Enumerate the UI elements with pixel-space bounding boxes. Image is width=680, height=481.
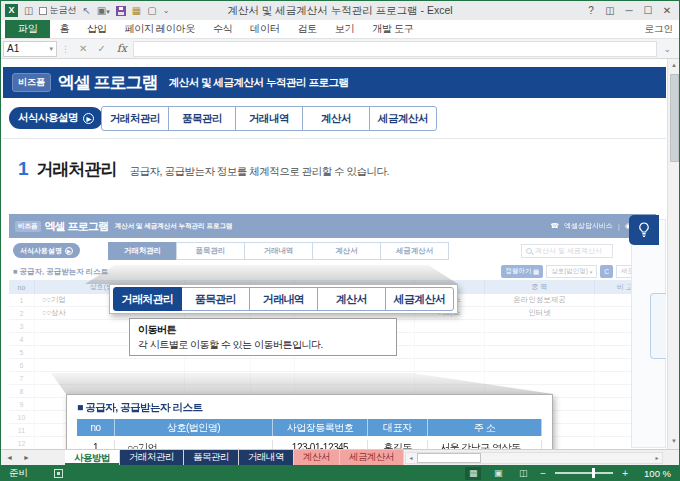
expand-formula-bar-icon[interactable]: ⌄ <box>663 44 671 54</box>
scroll-left-icon[interactable]: ◂ <box>406 453 416 463</box>
help-icon[interactable]: ? <box>583 3 599 18</box>
sheet-tab-transactions[interactable]: 거래내역 <box>239 450 294 465</box>
vertical-scroll-thumb[interactable] <box>670 74 679 162</box>
play-circle-icon: ▶ <box>83 113 94 124</box>
zoomed-nav-tax-invoice: 세금계산서 <box>385 287 454 311</box>
ready-status: 준비 <box>9 467 28 480</box>
section-number: 1 <box>18 158 29 180</box>
nav-button-transactions[interactable]: 거래내역 <box>235 106 303 131</box>
ribbon-tab-formulas[interactable]: 수식 <box>204 20 241 38</box>
excel-logo-icon: X <box>5 4 18 17</box>
zoomed-list-title: ■ 공급자, 공급받는자 리스트 <box>77 401 542 415</box>
name-box[interactable]: A1 ▾ <box>3 41 57 57</box>
qat-more-icon[interactable]: ⌄ <box>163 4 170 17</box>
gridlines-checkbox[interactable] <box>39 7 47 15</box>
dashed-selection-icon[interactable]: ▢ <box>147 4 156 17</box>
ribbon-tab-view[interactable]: 보기 <box>326 20 363 38</box>
formula-input[interactable] <box>133 41 657 57</box>
embedded-search-box: 계산서 및 세금계산서 <box>521 244 613 258</box>
ribbon-tab-file[interactable]: 파일 <box>5 20 50 38</box>
zoom-slider[interactable] <box>555 472 613 474</box>
sheet-tab-invoice[interactable]: 계산서 <box>294 450 340 465</box>
maximize-icon[interactable]: ☐ <box>640 3 656 18</box>
minimize-icon[interactable]: ─ <box>621 3 637 18</box>
macro-record-icon[interactable] <box>54 469 63 478</box>
tab-scroll-left-icon[interactable]: ◄ <box>1 450 18 465</box>
page-layout-view-icon[interactable]: ▣ <box>490 467 506 480</box>
close-icon[interactable]: ✕ <box>659 3 675 18</box>
nav-button-items[interactable]: 품목관리 <box>168 106 236 131</box>
zoomed-nav-items: 품목관리 <box>181 287 250 311</box>
header-divider <box>3 138 666 139</box>
ribbon-tab-insert[interactable]: 삽입 <box>78 20 115 38</box>
zoom-out-icon[interactable]: − <box>540 468 546 479</box>
cell-reference: A1 <box>7 43 19 54</box>
tab-scroll-right-icon[interactable]: ► <box>18 450 35 465</box>
zoom-slider-thumb[interactable] <box>592 468 595 478</box>
embedded-program-subtitle: 계산서 및 세금계산서 누적관리 프로그램 <box>115 222 233 231</box>
sheet-tab-items[interactable]: 품목관리 <box>184 450 239 465</box>
program-header: 비즈폼 엑셀 프로그램 계산서 및 세금계산서 누적관리 프로그램 <box>3 67 666 98</box>
formula-bar: A1 ▾ ⋮ ✕ ✓ fx ⌄ <box>1 39 679 59</box>
grid-icon: ▦ <box>533 268 539 276</box>
horizontal-scroll-thumb[interactable] <box>417 453 481 463</box>
nav-button-clients[interactable]: 거래처관리 <box>101 106 169 131</box>
ribbon-options-icon[interactable]: ◫ <box>602 3 618 18</box>
login-link[interactable]: 로그인 <box>645 20 674 39</box>
help-guide-button[interactable]: 서식사용설명 ▶ <box>9 107 103 129</box>
gridlines-label: 눈금선 <box>49 4 76 17</box>
status-bar: 준비 ▦ ▣ ◫ − + 100 % <box>1 465 679 481</box>
scroll-up-icon[interactable]: ▲ <box>668 59 680 72</box>
zoomed-list-header: no 상호(법인명) 사업장등록번호 대표자 주 소 <box>77 419 542 436</box>
search-icon <box>526 248 532 254</box>
quick-access-toolbar: ◫ 눈금선 ↖ ▣▾ ▦ ▢ ⌄ <box>24 4 169 18</box>
ribbon-tab-developer[interactable]: 개발 도구 <box>363 20 422 38</box>
sheet-tab-tax-invoice[interactable]: 세금계산서 <box>340 450 404 465</box>
zoom-level[interactable]: 100 % <box>637 468 671 479</box>
brand-badge: 비즈폼 <box>12 73 51 92</box>
section-description: 공급자, 공급받는자 정보를 체계적으로 관리할 수 있습니다. <box>130 165 389 179</box>
zoomed-nav-clients: 거래처관리 <box>113 287 182 311</box>
gridlines-toggle[interactable]: 눈금선 <box>39 4 76 17</box>
embedded-header: 비즈폼 엑셀 프로그램 계산서 및 세금계산서 누적관리 프로그램 ☎ 엑셀상담… <box>9 214 656 238</box>
cancel-entry-icon[interactable]: ✕ <box>79 43 87 54</box>
name-box-dropdown-icon[interactable]: ▾ <box>49 45 53 53</box>
save-icon[interactable] <box>116 6 126 16</box>
embedded-play-circle-icon: ▶ <box>65 247 73 255</box>
zoom-in-icon[interactable]: + <box>622 468 628 479</box>
phone-service-label: 엑셀상담서비스 <box>564 221 613 231</box>
embedded-refresh-c-button: C <box>600 265 613 278</box>
formula-bar-separator: ⋮ <box>61 44 70 54</box>
embedded-sort-button: 정렬하기 ▦ <box>501 265 543 278</box>
select-pointer-icon[interactable]: ↖ <box>82 4 90 17</box>
horizontal-scrollbar[interactable]: ◂ ▸ <box>405 452 663 464</box>
ribbon-tab-page-layout[interactable]: 페이지 레이아웃 <box>116 20 204 38</box>
embedded-help-label: 서식사용설명 <box>20 246 62 256</box>
borders-icon[interactable]: ▣▾ <box>97 4 110 18</box>
ribbon-tab-review[interactable]: 검토 <box>288 20 325 38</box>
tooltip-body: 각 시트별로 이동할 수 있는 이동버튼입니다. <box>138 338 388 352</box>
section-title: 거래처관리 <box>37 158 117 181</box>
confirm-entry-icon[interactable]: ✓ <box>97 43 105 54</box>
nav-button-invoice[interactable]: 계산서 <box>302 106 370 131</box>
zoomed-nav-invoice: 계산서 <box>317 287 386 311</box>
sheet-tab-clients[interactable]: 거래처관리 <box>120 450 184 465</box>
ribbon-tab-home[interactable]: 홈 <box>50 20 78 38</box>
ribbon-tab-data[interactable]: 데이터 <box>241 20 288 38</box>
embedded-nav-invoice: 계산서 <box>312 242 381 260</box>
vertical-scrollbar[interactable]: ▲ ▼ <box>667 59 680 449</box>
window-icon[interactable]: ◫ <box>24 4 33 17</box>
embedded-nav-transactions: 거래내역 <box>244 242 313 260</box>
page-break-view-icon[interactable]: ◫ <box>515 467 531 480</box>
scroll-down-icon[interactable]: ▼ <box>668 435 680 448</box>
program-subtitle: 계산서 및 세금계산서 누적관리 프로그램 <box>169 76 349 90</box>
insert-function-icon[interactable]: fx <box>117 42 127 55</box>
tip-bulb-tab[interactable] <box>629 215 659 245</box>
embedded-sort-dropdown: 상호(법인명) ▾ <box>546 265 597 278</box>
scroll-right-icon[interactable]: ▸ <box>652 453 662 463</box>
sheet-tab-usage[interactable]: 사용방법 <box>65 450 120 465</box>
lightbulb-icon <box>637 222 651 238</box>
normal-view-icon[interactable]: ▦ <box>465 467 481 480</box>
nav-button-tax-invoice[interactable]: 세금계산서 <box>369 106 437 131</box>
protect-table-icon[interactable]: ▦ <box>132 4 141 17</box>
